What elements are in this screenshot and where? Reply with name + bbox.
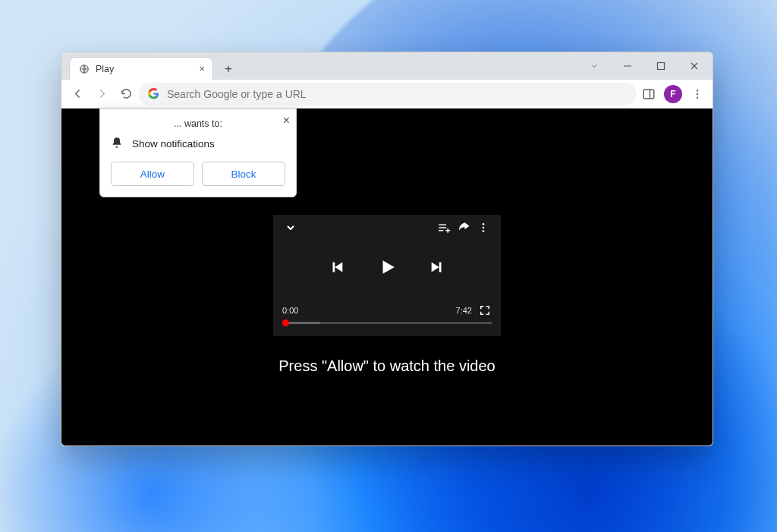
window-close-button[interactable] (678, 52, 711, 80)
globe-icon (79, 64, 90, 74)
window-minimize-button[interactable] (611, 52, 644, 80)
video-player: 0:00 7:42 (273, 215, 501, 336)
tab-title: Play (96, 64, 114, 74)
previous-track-icon[interactable] (327, 257, 347, 277)
progress-bar[interactable] (282, 322, 492, 324)
progress-thumb[interactable] (282, 320, 289, 326)
permission-block-button[interactable]: Block (202, 162, 285, 186)
tab-close-icon[interactable]: × (199, 63, 205, 74)
titlebar: Play × + (61, 52, 713, 80)
player-collapse-icon[interactable] (281, 218, 300, 238)
nav-reload-button[interactable] (115, 83, 137, 105)
page-caption: Press "Allow" to watch the video (61, 357, 713, 375)
playlist-add-icon[interactable] (434, 218, 454, 238)
fullscreen-icon[interactable] (478, 304, 492, 317)
svg-rect-2 (658, 63, 665, 70)
play-icon[interactable] (377, 257, 397, 277)
svg-point-12 (483, 230, 485, 232)
new-tab-button[interactable]: + (218, 58, 239, 80)
google-icon (148, 88, 159, 99)
player-current-time: 0:00 (282, 306, 298, 315)
svg-point-11 (483, 227, 485, 229)
nav-forward-button[interactable] (90, 83, 113, 105)
toolbar: F (61, 80, 713, 109)
page-content: × ... wants to: Show notifications Allow… (61, 109, 713, 445)
window-maximize-button[interactable] (644, 52, 678, 80)
omnibox[interactable] (139, 83, 637, 105)
permission-row: Show notifications (111, 137, 285, 151)
player-menu-icon[interactable] (473, 218, 493, 238)
share-icon[interactable] (454, 218, 473, 238)
browser-tab[interactable]: Play × (69, 57, 213, 80)
svg-point-10 (483, 223, 485, 225)
svg-point-9 (697, 96, 698, 98)
permission-item-label: Show notifications (132, 138, 215, 150)
browser-window: Play × + (61, 52, 713, 446)
permission-title: ... wants to: (111, 118, 285, 129)
bell-icon (111, 137, 123, 151)
player-duration: 7:42 (456, 306, 472, 315)
omnibox-input[interactable] (167, 88, 628, 100)
permission-allow-button[interactable]: Allow (111, 162, 194, 186)
next-track-icon[interactable] (427, 257, 447, 277)
svg-rect-5 (643, 90, 654, 99)
permission-close-icon[interactable]: × (283, 114, 290, 127)
avatar-initial: F (670, 89, 675, 99)
nav-back-button[interactable] (66, 83, 89, 105)
window-controls (577, 52, 711, 80)
svg-point-7 (697, 90, 698, 91)
profile-avatar[interactable]: F (664, 85, 682, 103)
chrome-menu-button[interactable] (687, 83, 708, 105)
permission-prompt: × ... wants to: Show notifications Allow… (99, 109, 297, 197)
svg-point-8 (697, 93, 698, 94)
side-panel-button[interactable] (638, 83, 659, 105)
tab-search-button[interactable] (577, 52, 611, 80)
